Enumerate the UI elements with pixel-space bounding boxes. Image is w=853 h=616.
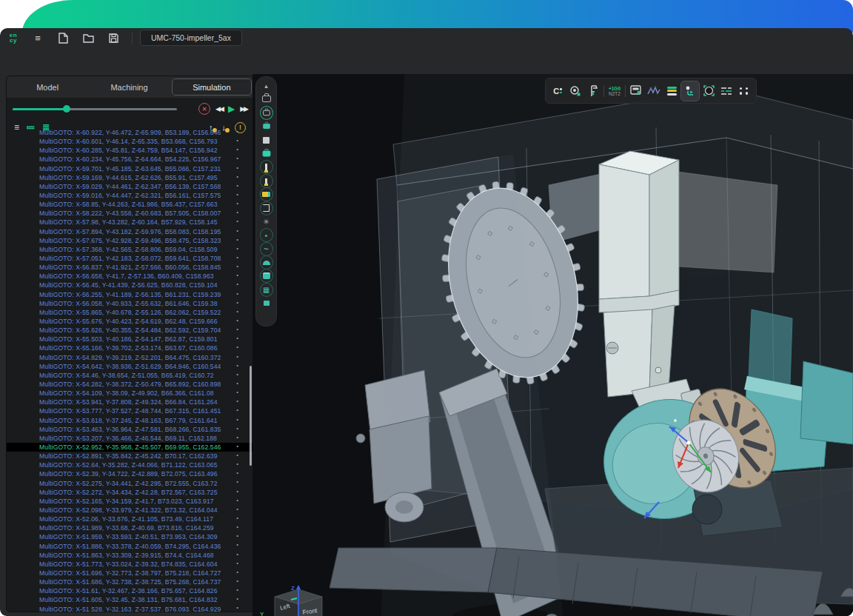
list-item[interactable]: MultiGOTO: X-59.029, Y-44.461, Z-62.347,… bbox=[7, 182, 253, 191]
list-item[interactable]: MultiGOTO: X-57.368, Y-42.565, Z-58.806,… bbox=[7, 245, 253, 254]
rewind-button[interactable]: ◀◀ bbox=[215, 105, 223, 113]
list-item[interactable]: MultiGOTO: X-59.701, Y-45.185, Z-63.645,… bbox=[7, 164, 253, 173]
caliper-button[interactable] bbox=[584, 81, 602, 101]
list-item[interactable]: MultiGOTO: X-55.865, Y-40.678, Z-55.126,… bbox=[7, 308, 253, 317]
list-item[interactable]: MultiGOTO: X-53.941, Y-37.808, Z-49.324,… bbox=[7, 398, 253, 406]
list-item[interactable]: MultiGOTO: X-52.39, Y-34.722, Z-42.889, … bbox=[7, 469, 253, 478]
nav-cube[interactable]: Left Front Z Y X bbox=[258, 583, 347, 616]
collapse-toolbar-button[interactable]: ▴ bbox=[260, 80, 273, 91]
list-item[interactable]: MultiGOTO: X-59.016, Y-44.447, Z-62.321,… bbox=[7, 191, 253, 200]
spindle-head-toggle[interactable] bbox=[260, 121, 273, 132]
list-item[interactable]: MultiGOTO: X-54.642, Y-38.936, Z-51.629,… bbox=[7, 362, 253, 371]
simulation-trace-button[interactable] bbox=[680, 81, 700, 101]
list-item[interactable]: MultiGOTO: X-56.837, Y-41.921, Z-57.566,… bbox=[7, 263, 253, 272]
list-item[interactable]: MultiGOTO: X-51.863, Y-33.309, Z-39.915,… bbox=[7, 551, 253, 560]
list-item[interactable]: MultiGOTO: X-56.058, Y-40.933, Z-55.632,… bbox=[7, 299, 253, 308]
gcode-scrollbar[interactable] bbox=[250, 366, 252, 466]
list-item[interactable]: MultiGOTO: X-51.773, Y-33.024, Z-39.32, … bbox=[7, 560, 253, 569]
list-item[interactable]: MultiGOTO: X-53.777, Y-37.527, Z-48.744,… bbox=[7, 406, 253, 415]
play-button[interactable]: ▶ bbox=[228, 104, 235, 114]
open-file-button[interactable] bbox=[78, 30, 98, 45]
list-item[interactable]: MultiGOTO: X-60.922, Y-46.472, Z-65.909,… bbox=[7, 128, 253, 137]
stock-grid-toggle[interactable]: ▦ bbox=[260, 284, 273, 295]
list-item[interactable]: MultiGOTO: X-57.675, Y-42.928, Z-59.496,… bbox=[7, 236, 253, 245]
machine-toggle[interactable] bbox=[260, 93, 273, 104]
list-item[interactable]: MultiGOTO: X-51.886, Y-33.378, Z-40.059,… bbox=[7, 541, 253, 550]
stop-button[interactable]: ✕ bbox=[198, 103, 210, 115]
collision-points-toggle[interactable]: ✳ bbox=[260, 216, 273, 227]
list-item[interactable]: MultiGOTO: X-51.686, Y-32.738, Z-38.725,… bbox=[7, 578, 253, 586]
tool-holder-toggle[interactable] bbox=[260, 161, 273, 173]
list-item[interactable]: MultiGOTO: X-55.166, Y-39.702, Z-53.174,… bbox=[7, 344, 253, 352]
more-tools-button[interactable] bbox=[735, 81, 753, 101]
list-item[interactable]: MultiGOTO: X-54.282, Y-38.372, Z-50.479,… bbox=[7, 380, 253, 389]
tool-assembly-toggle[interactable] bbox=[260, 189, 273, 200]
list-item[interactable]: MultiGOTO: X-52.098, Y-33.979, Z-41.322,… bbox=[7, 506, 253, 515]
list-item[interactable]: MultiGOTO: X-52.275, Y-34.441, Z-42.295,… bbox=[7, 478, 253, 487]
simulation-progress-slider[interactable] bbox=[13, 104, 177, 113]
list-item[interactable]: MultiGOTO: X-53.618, Y-37.245, Z-48.163,… bbox=[7, 416, 253, 425]
list-item[interactable]: MultiGOTO: X-55.676, Y-40.423, Z-54.619,… bbox=[7, 317, 253, 326]
list-item[interactable]: MultiGOTO: X-60.234, Y-45.756, Z-64.664,… bbox=[7, 155, 253, 164]
document-tab[interactable]: UMC-750-impeller_5ax bbox=[140, 30, 242, 46]
save-button[interactable] bbox=[104, 30, 123, 45]
list-item[interactable]: MultiGOTO: X-57.98, Y-43.282, Z-60.164, … bbox=[7, 218, 253, 227]
list-item[interactable]: MultiGOTO: X-57.894, Y-43.182, Z-59.976,… bbox=[7, 227, 253, 236]
list-item[interactable]: MultiGOTO: X-60.601, Y-46.14, Z-65.335, … bbox=[7, 137, 253, 146]
machine-visibility-toggle[interactable] bbox=[260, 107, 273, 118]
tool-toggle[interactable] bbox=[260, 175, 273, 187]
tab-model[interactable]: Model bbox=[8, 78, 87, 96]
fast-forward-button[interactable]: ▶▶ bbox=[240, 105, 247, 113]
list-item[interactable]: MultiGOTO: X-51.989, Y-33.68, Z-40.69, B… bbox=[7, 523, 253, 532]
stock-solid-toggle[interactable] bbox=[260, 270, 273, 281]
machine-state-button[interactable] bbox=[627, 81, 645, 101]
list-item[interactable]: MultiGOTO: X-59.169, Y-44.615, Z-62.626,… bbox=[7, 173, 253, 182]
list-item[interactable]: MultiGOTO: X-54.109, Y-38.09, Z-49.902, … bbox=[7, 389, 253, 398]
tab-machining[interactable]: Machining bbox=[90, 78, 168, 96]
display-options-button[interactable] bbox=[717, 81, 735, 101]
slider-thumb[interactable] bbox=[63, 105, 70, 113]
list-item[interactable]: MultiGOTO: X-58.222, Y-43.558, Z-60.683,… bbox=[7, 209, 253, 218]
list-item[interactable]: MultiGOTO: X-51.605, Y-32.45, Z-38.131, … bbox=[7, 595, 253, 604]
main-menu-button[interactable]: ≡ bbox=[28, 30, 47, 45]
toolpath-points-toggle[interactable]: • bbox=[260, 230, 273, 241]
list-item[interactable]: MultiGOTO: X-57.051, Y-42.183, Z-58.072,… bbox=[7, 254, 253, 263]
collision-target-button[interactable] bbox=[700, 81, 717, 101]
list-item[interactable]: MultiGOTO: X-51.696, Y-32.773, Z-38.797,… bbox=[7, 569, 253, 578]
toolpath-curve-toggle[interactable]: ~ bbox=[260, 244, 273, 255]
stock-shaded-toggle[interactable] bbox=[260, 257, 273, 268]
list-item[interactable]: MultiGOTO: X-51.528, Y-32.163, Z-37.537,… bbox=[7, 604, 253, 612]
list-item[interactable]: MultiGOTO: X-56.255, Y-41.189, Z-56.135,… bbox=[7, 290, 253, 299]
new-file-button[interactable] bbox=[53, 30, 73, 45]
machine-3d-view[interactable] bbox=[252, 74, 853, 616]
collision-check-button[interactable]: C bbox=[549, 81, 566, 101]
list-item[interactable]: MultiGOTO: X-58.85, Y-44.263, Z-61.986, … bbox=[7, 200, 253, 209]
list-item[interactable]: MultiGOTO: X-52.952, Y-35.968, Z-45.507,… bbox=[7, 443, 253, 452]
tab-simulation[interactable]: Simulation bbox=[172, 78, 252, 96]
toolpath-wave-button[interactable] bbox=[645, 81, 663, 101]
workpiece-zone-toggle[interactable] bbox=[260, 203, 273, 214]
stock-mini-toggle[interactable] bbox=[260, 298, 273, 309]
list-item[interactable]: MultiGOTO: X-60.285, Y-45.81, Z-64.759, … bbox=[7, 146, 253, 155]
list-item[interactable]: MultiGOTO: X-54.46, Y-38.654, Z-51.055, … bbox=[7, 371, 253, 380]
list-item[interactable]: MultiGOTO: X-52.06, Y-33.876, Z-41.105, … bbox=[7, 515, 253, 523]
stock-toggle[interactable] bbox=[260, 135, 273, 146]
list-item[interactable]: MultiGOTO: X-54.829, Y-39.219, Z-52.201,… bbox=[7, 353, 253, 362]
stock-layers-button[interactable] bbox=[663, 81, 680, 101]
list-item[interactable]: MultiGOTO: X-55.503, Y-40.186, Z-54.147,… bbox=[7, 335, 253, 344]
list-item[interactable]: MultiGOTO: X-52.165, Y-34.159, Z-41.7, B… bbox=[7, 497, 253, 506]
list-item[interactable]: MultiGOTO: X-55.626, Y-40.355, Z-54.484,… bbox=[7, 326, 253, 335]
probe-button[interactable] bbox=[566, 81, 584, 101]
list-item[interactable]: MultiGOTO: X-51.959, Y-33.593, Z-40.51, … bbox=[7, 532, 253, 541]
list-item[interactable]: MultiGOTO: X-51.61, Y-32.467, Z-38.166, … bbox=[7, 586, 253, 595]
viewport-3d[interactable]: ▴ ✳ • ~ ▦ C bbox=[252, 74, 853, 616]
gcode-position-badge[interactable]: +1G0 N2T2 bbox=[606, 81, 623, 101]
list-item[interactable]: MultiGOTO: X-56.45, Y-41.439, Z-56.625, … bbox=[7, 281, 253, 289]
list-item[interactable]: MultiGOTO: X-52.891, Y-35.842, Z-45.242,… bbox=[7, 452, 253, 461]
part-toggle[interactable] bbox=[260, 148, 273, 159]
list-item[interactable]: MultiGOTO: X-52.64, Y-35.282, Z-44.066, … bbox=[7, 461, 253, 469]
list-item[interactable]: MultiGOTO: X-53.207, Y-36.466, Z-46.544,… bbox=[7, 434, 253, 443]
list-item[interactable]: MultiGOTO: X-56.658, Y-41.7, Z-57.136, B… bbox=[7, 272, 253, 281]
list-item[interactable]: MultiGOTO: X-53.463, Y-36.964, Z-47.581,… bbox=[7, 425, 253, 434]
list-item[interactable]: MultiGOTO: X-52.272, Y-34.434, Z-42.28, … bbox=[7, 488, 253, 497]
